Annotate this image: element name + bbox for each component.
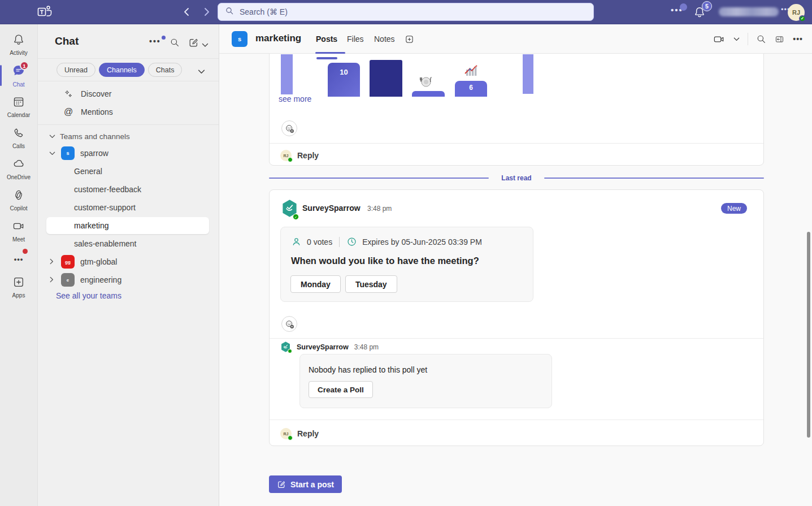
tab-notes[interactable]: Notes [374,34,395,44]
new-chat-compose-icon[interactable] [188,37,199,50]
sidebar-title: Chat [55,35,79,47]
chevron-right-icon[interactable] [49,275,56,285]
see-more-link[interactable]: see more [279,94,311,103]
filter-pill-chats[interactable]: Chats [148,63,183,77]
tree-header-teams-and-channels[interactable]: Teams and channels [38,128,219,144]
channel-main-pane: s marketing Posts Files Notes ••• [219,24,812,506]
chevron-down-icon [49,131,55,141]
sidebar-more-dot [162,36,166,40]
plate-cutlery-icon [419,75,433,92]
channel-row-sales-enablement[interactable]: sales-enablement [38,235,219,253]
tab-posts[interactable]: Posts [316,34,337,44]
user-avatar: RJ [280,428,292,439]
poll-reply-card: Nobody has replied to this poll yet Crea… [299,354,552,408]
chart-increasing-icon [463,64,478,80]
channel-more-options-button[interactable]: ••• [793,34,803,44]
channel-row-customer-support[interactable]: customer-support [38,198,219,217]
team-avatar-engineering: e [61,273,75,287]
message-sender-name[interactable]: SurveySparrow [302,204,361,213]
rail-item-onedrive[interactable]: OneDrive [0,153,37,184]
forward-button[interactable] [201,6,211,18]
header-divider [748,33,748,45]
rail-item-activity[interactable]: Activity [0,29,37,60]
chevron-right-icon[interactable] [49,257,56,267]
user-avatar[interactable]: RJ ✓ [788,4,805,21]
filter-pill-unread[interactable]: Unread [57,63,95,77]
tab-files[interactable]: Files [347,34,364,44]
posts-feed: 10 6 see more [219,54,812,506]
channel-search-icon[interactable] [756,34,766,44]
chevron-down-icon[interactable] [49,148,56,158]
more-dots-icon: ••• [14,255,24,263]
poll-option-monday-button[interactable]: Monday [290,275,341,293]
avatar-initials: RJ [284,154,289,158]
sidebar-header: Chat ••• [38,24,219,59]
rail-label-chat: Chat [12,81,24,88]
rail-item-apps[interactable]: Apps [0,271,37,302]
rail-item-calls[interactable]: Calls [0,122,37,153]
compose-icon [277,480,286,489]
channel-row-marketing-selected[interactable]: marketing [38,217,219,235]
sidebar-item-mentions[interactable]: @ Mentions [38,103,219,121]
poll-expiry-text: Expires by 05-Jun-2025 03:39 PM [362,237,482,246]
add-reaction-button[interactable] [281,316,297,332]
filters-chevron-down-icon[interactable] [198,67,205,77]
create-a-poll-button[interactable]: Create a Poll [309,381,373,398]
channel-title: marketing [255,33,301,44]
message-timestamp: 3:48 pm [367,205,392,213]
team-row-engineering[interactable]: e engineering [38,271,219,289]
filter-pill-channels[interactable]: Channels [99,63,145,77]
channel-row-customer-feedback[interactable]: customer-feedback [38,180,219,198]
rail-item-calendar[interactable]: Calendar [0,91,37,122]
copilot-icon [12,189,25,204]
search-input[interactable] [240,7,587,16]
scrollbar-thumb[interactable] [807,232,810,438]
chat-unread-badge: 1 [20,61,29,70]
channel-row-general[interactable]: General [38,162,219,180]
redacted-username [719,7,779,16]
channel-header: s marketing Posts Files Notes ••• [219,24,812,54]
meet-now-camera-icon[interactable] [713,33,726,45]
start-a-post-button[interactable]: Start a post [269,475,342,493]
reply-row[interactable]: RJ Reply [280,428,319,439]
rail-item-meet[interactable]: Meet Meet [0,215,37,246]
infographic-bar-dark [370,60,402,97]
at-mention-icon: @ [63,107,74,117]
thread-timestamp: 3:48 pm [354,343,379,351]
infographic-bar [412,91,445,97]
mentions-label: Mentions [81,107,113,116]
compose-chevron-down-icon[interactable] [202,40,209,50]
back-button[interactable] [182,6,192,18]
reply-label: Reply [297,429,319,438]
poll-option-tuesday-button[interactable]: Tuesday [345,275,397,293]
poll-card: 0 votes Expires by 05-Jun-2025 03:39 PM … [280,227,533,302]
open-detail-pane-icon[interactable] [774,34,785,44]
add-tab-icon[interactable] [405,34,414,44]
phone-icon [12,127,25,141]
team-avatar-gtm-global: gg [61,255,75,269]
teams-app-window: ••• 5 ••• RJ ✓ Activity 1 Chat Calendar [0,0,812,506]
meta-separator [339,237,340,247]
sidebar-search-icon[interactable] [170,37,180,50]
thread-sender-name[interactable]: SurveySparrow [297,343,349,351]
infographic-bar [523,54,533,94]
attached-infographic-image[interactable]: 10 6 [279,54,535,97]
rail-item-more[interactable]: ••• [0,246,37,271]
poll-message-card: ✓ SurveySparrow 3:48 pm New 0 votes Expi… [269,189,764,446]
rail-item-chat[interactable]: 1 Chat [0,60,37,91]
presence-available-icon [288,435,293,440]
selected-row-background [46,217,209,234]
sidebar-more-button[interactable]: ••• [149,37,161,46]
tree-header-label: Teams and channels [60,132,130,141]
divider [270,338,763,339]
add-reaction-button[interactable] [281,120,297,136]
see-all-teams-link[interactable]: See all your teams [56,291,121,300]
team-row-sparrow[interactable]: s sparrow [38,144,219,162]
search-bar[interactable] [218,3,594,21]
reply-row[interactable]: RJ Reply [280,150,319,161]
meet-chevron-down-icon[interactable] [733,37,740,42]
sidebar-item-discover[interactable]: Discover [38,85,219,103]
rail-item-copilot[interactable]: Copilot [0,184,37,215]
video-camera-icon [12,220,25,235]
team-row-gtm-global[interactable]: gg gtm-global [38,253,219,271]
